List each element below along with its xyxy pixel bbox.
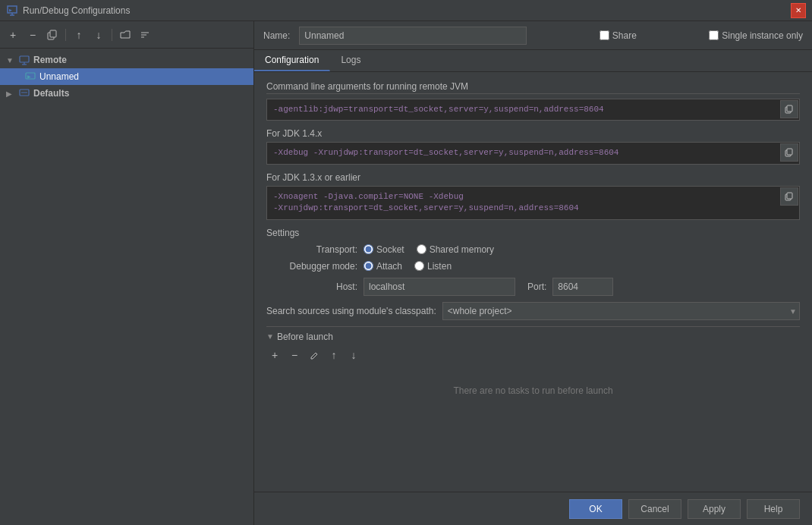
remove-config-button[interactable]: −	[24, 27, 41, 43]
remote-label: Remote	[33, 55, 67, 65]
copy-command-line-button[interactable]	[780, 100, 798, 118]
svg-text:▶: ▶	[9, 8, 12, 12]
apply-button[interactable]: Apply	[688, 499, 741, 519]
sort-button[interactable]	[137, 27, 153, 43]
tree-item-remote[interactable]: ▼ Remote	[0, 52, 253, 68]
attach-radio-item: Attach	[364, 261, 402, 272]
svg-rect-21	[787, 193, 792, 199]
copy-jdk14-button[interactable]	[780, 143, 798, 162]
remote-icon	[18, 54, 30, 66]
before-launch-section: ▼ Before launch + − ↑ ↓ There are no	[266, 326, 800, 413]
svg-rect-19	[787, 149, 792, 155]
svg-rect-5	[50, 30, 56, 37]
jdk14-container: -Xdebug -Xrunjdwp:transport=dt_socket,se…	[266, 142, 800, 164]
move-up-task-button[interactable]: ↑	[326, 347, 342, 363]
socket-radio-item: Socket	[364, 244, 404, 255]
share-checkbox[interactable]	[600, 30, 609, 40]
share-label: Share	[612, 30, 637, 41]
command-line-title: Command line arguments for running remot…	[266, 81, 800, 94]
defaults-label: Defaults	[33, 88, 69, 99]
share-checkbox-group: Share	[600, 30, 637, 41]
shared-memory-label: Shared memory	[430, 244, 494, 255]
socket-radio[interactable]	[364, 244, 373, 254]
tabs-container: Configuration Logs	[254, 50, 812, 72]
tree-arrow-defaults: ▶	[6, 90, 15, 98]
left-panel: + − ↑ ↓	[0, 21, 254, 525]
toolbar-divider	[65, 29, 66, 41]
command-line-container: -agentlib:jdwp=transport=dt_socket,serve…	[266, 99, 800, 121]
cancel-button[interactable]: Cancel	[628, 499, 681, 519]
host-port-row: Host: Port:	[266, 278, 800, 296]
unnamed-label: Unnamed	[39, 71, 79, 82]
config-header: Name: Share Single instance only	[254, 21, 812, 50]
debugger-mode-label: Debugger mode:	[266, 261, 357, 272]
bottom-bar: OK Cancel Apply Help	[254, 492, 812, 525]
add-task-button[interactable]: +	[266, 347, 283, 363]
tab-configuration[interactable]: Configuration	[254, 50, 330, 71]
content-area: Command line arguments for running remot…	[254, 72, 812, 492]
add-config-button[interactable]: +	[5, 27, 21, 43]
jdk13-container: -Xnoagent -Djava.compiler=NONE -Xdebug -…	[266, 186, 800, 220]
listen-radio-item: Listen	[414, 261, 452, 272]
transport-label: Transport:	[266, 244, 357, 255]
socket-label: Socket	[376, 244, 404, 255]
main-container: + − ↑ ↓	[0, 21, 812, 525]
name-input[interactable]	[299, 27, 527, 45]
title-bar: ▶ Run/Debug Configurations ✕	[0, 0, 812, 21]
jdk14-label: For JDK 1.4.x	[266, 128, 800, 139]
debugger-mode-row: Debugger mode: Attach Listen	[266, 261, 800, 272]
jdk13-value: -Xnoagent -Djava.compiler=NONE -Xdebug -…	[266, 186, 800, 220]
tree-arrow-remote: ▼	[6, 56, 15, 64]
copy-jdk13-button[interactable]	[780, 187, 798, 206]
copy-config-button[interactable]	[44, 27, 61, 43]
host-label: Host:	[266, 281, 357, 292]
right-panel: Name: Share Single instance only Configu…	[254, 21, 812, 525]
jdk13-label: For JDK 1.3.x or earlier	[266, 172, 800, 183]
jdk14-value: -Xdebug -Xrunjdwp:transport=dt_socket,se…	[266, 142, 800, 164]
before-launch-arrow-icon: ▼	[266, 332, 274, 341]
title-bar-text: Run/Debug Configurations	[23, 5, 130, 16]
tree-item-defaults[interactable]: ▶ Defaults	[0, 85, 253, 102]
tab-logs[interactable]: Logs	[330, 50, 372, 71]
move-up-button[interactable]: ↑	[71, 27, 87, 43]
port-input[interactable]	[552, 278, 613, 296]
name-label: Name:	[263, 30, 290, 41]
before-launch-title: Before launch	[277, 332, 333, 342]
single-instance-checkbox-group: Single instance only	[709, 30, 803, 41]
empty-tasks-text: There are no tasks to run before launch	[266, 368, 800, 413]
listen-label: Listen	[427, 261, 452, 272]
transport-row: Transport: Socket Shared memory	[266, 244, 800, 255]
search-sources-select[interactable]: <whole project>	[442, 302, 800, 320]
attach-radio[interactable]	[364, 261, 373, 271]
settings-title: Settings	[266, 228, 800, 238]
port-label: Port:	[527, 281, 546, 292]
shared-memory-radio[interactable]	[417, 244, 426, 254]
svg-text:▶: ▶	[27, 74, 31, 79]
search-sources-select-container: <whole project> ▼	[442, 302, 800, 320]
tree-item-unnamed[interactable]: ▶ Unnamed	[0, 68, 253, 85]
single-instance-checkbox[interactable]	[709, 30, 719, 40]
close-button[interactable]: ✕	[791, 3, 806, 18]
app-icon: ▶	[6, 5, 18, 17]
edit-task-button[interactable]	[306, 347, 323, 363]
shared-memory-radio-item: Shared memory	[417, 244, 494, 255]
move-down-button[interactable]: ↓	[90, 27, 107, 43]
listen-radio[interactable]	[414, 261, 424, 271]
before-launch-header: ▼ Before launch	[266, 332, 800, 342]
search-sources-row: Search sources using module's classpath:…	[266, 302, 800, 320]
search-sources-label: Search sources using module's classpath:	[266, 306, 436, 316]
toolbar-divider2	[112, 29, 112, 41]
unnamed-icon: ▶	[24, 71, 36, 83]
debugger-mode-radio-group: Attach Listen	[364, 261, 452, 272]
before-launch-toolbar: + − ↑ ↓	[266, 347, 800, 363]
svg-rect-17	[787, 105, 792, 112]
host-input[interactable]	[364, 278, 515, 296]
folder-button[interactable]	[117, 27, 134, 43]
remove-task-button[interactable]: −	[286, 347, 303, 363]
settings-section: Settings Transport: Socket Shared memory	[266, 228, 800, 296]
help-button[interactable]: Help	[747, 499, 800, 519]
ok-button[interactable]: OK	[569, 499, 622, 519]
config-tree: ▼ Remote ▶ Unnamed	[0, 49, 253, 525]
move-down-task-button[interactable]: ↓	[345, 347, 362, 363]
left-toolbar: + − ↑ ↓	[0, 21, 253, 49]
